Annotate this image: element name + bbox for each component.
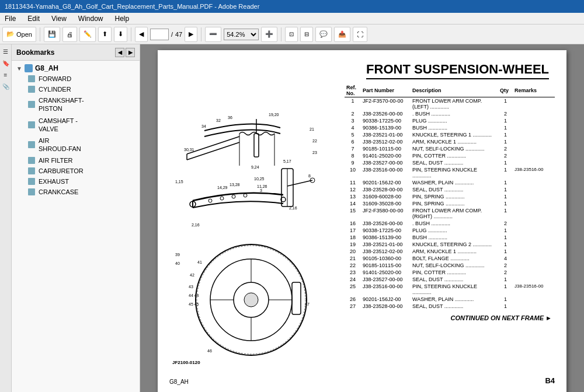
svg-text:45 45: 45 45 bbox=[189, 302, 199, 306]
cell-part: JF2-F3570-00-00 bbox=[361, 97, 411, 111]
sidebar-item-crankcase[interactable]: CRANKCASE bbox=[12, 187, 140, 197]
cell-part: J38-23516-00-00 bbox=[361, 166, 411, 179]
table-row: 12 J38-23528-00-00 SEAL, DUST ..........… bbox=[345, 186, 555, 193]
cell-qty: 2 bbox=[498, 220, 513, 227]
cell-qty: 1 bbox=[498, 159, 513, 166]
cell-qty: 1 bbox=[498, 138, 513, 145]
sidebar-item-air-shroud[interactable]: AIRSHROUD-FAN bbox=[12, 135, 140, 155]
sidebar-item-forward[interactable]: FORWARD bbox=[12, 74, 140, 84]
cell-remarks bbox=[513, 220, 555, 227]
cell-remarks bbox=[513, 227, 555, 234]
svg-text:36: 36 bbox=[228, 116, 232, 120]
cell-desc: . BUSH ............. bbox=[411, 110, 498, 117]
menu-help[interactable]: Help bbox=[113, 14, 132, 23]
cell-desc: PIN, SPRING ............. bbox=[411, 200, 498, 207]
cell-remarks bbox=[513, 303, 555, 310]
cell-desc: NUT, SELF-LOCKING ............. bbox=[411, 145, 498, 152]
table-row: 20 J38-23512-02-00 ARM, KNUCKLE 1 ......… bbox=[345, 248, 555, 255]
cell-qty: 1 bbox=[498, 296, 513, 303]
cell-part: J38-23512-02-00 bbox=[361, 138, 411, 145]
prev-page-button[interactable]: ◀ bbox=[135, 27, 148, 42]
cell-ref: 14 bbox=[345, 200, 361, 207]
table-row: 7 90185-10115-00 NUT, SELF-LOCKING .....… bbox=[345, 145, 555, 152]
pdf-viewer[interactable]: FRONT SUSPENSION-WHEEL bbox=[140, 44, 584, 392]
fit-page-button[interactable]: ⊡ bbox=[285, 27, 298, 42]
sidebar-item-carburetor[interactable]: CARBURETOR bbox=[12, 166, 140, 176]
table-row: 26 90201-156J2-00 WASHER, PLAIN ........… bbox=[345, 296, 555, 303]
back-button[interactable]: ⬆ bbox=[98, 27, 112, 42]
sidebar-item-root[interactable]: ▼ G8_AH bbox=[12, 63, 140, 74]
zoom-out-button[interactable]: ➖ bbox=[205, 27, 221, 42]
menu-file[interactable]: File bbox=[2, 14, 18, 23]
table-row: 14 31609-35028-00 PIN, SPRING ..........… bbox=[345, 200, 555, 207]
cell-remarks bbox=[513, 159, 555, 166]
cell-part: 90386-15139-00 bbox=[361, 124, 411, 131]
cell-qty: 2 bbox=[498, 145, 513, 152]
edit-button[interactable]: ✏️ bbox=[79, 27, 96, 42]
sidebar-item-crankshaft[interactable]: CRANKSHAFT-PISTON bbox=[12, 94, 140, 115]
forward-button[interactable]: ⬇ bbox=[114, 27, 127, 42]
comment-button[interactable]: 💬 bbox=[315, 27, 332, 42]
cell-remarks bbox=[513, 262, 555, 269]
sidebar-label-carburetor: CARBURETOR bbox=[39, 167, 84, 174]
zoom-in-button[interactable]: ➕ bbox=[261, 27, 277, 42]
svg-text:11,26: 11,26 bbox=[257, 184, 267, 188]
cell-ref: 3 bbox=[345, 117, 361, 124]
table-row: 13 31609-60028-00 PIN, SPRING ..........… bbox=[345, 193, 555, 200]
sidebar-item-exhaust[interactable]: EXHAUST bbox=[12, 176, 140, 187]
cell-part: 90338-17225-00 bbox=[361, 117, 411, 124]
cell-ref: 2 bbox=[345, 110, 361, 117]
bookmark-icon-carburetor bbox=[28, 167, 35, 174]
cell-ref: 23 bbox=[345, 269, 361, 276]
zoom-select[interactable]: 54.2% bbox=[224, 29, 259, 40]
save-button[interactable]: 💾 bbox=[44, 27, 60, 42]
sidebar-content: ▼ G8_AH FORWARD CYLINDER CRANKSHAFT-PIST… bbox=[12, 61, 140, 392]
share-button[interactable]: 📤 bbox=[334, 27, 350, 42]
cell-ref: 18 bbox=[345, 234, 361, 241]
table-row: 3 90338-17225-00 PLUG ............. 1 bbox=[345, 117, 555, 124]
sidebar-item-air-filter[interactable]: AIR FILTER bbox=[12, 155, 140, 166]
cell-remarks bbox=[513, 255, 555, 262]
cell-qty: 1 bbox=[498, 124, 513, 131]
svg-text:13,28: 13,28 bbox=[230, 183, 240, 187]
sidebar-collapse-btn[interactable]: ◀ bbox=[115, 48, 124, 57]
attachments-icon[interactable]: 📎 bbox=[1, 82, 11, 91]
page-total: 47 bbox=[175, 31, 182, 38]
svg-text:41: 41 bbox=[197, 260, 202, 264]
cell-qty: 1 bbox=[498, 234, 513, 241]
bookmark-panel-icon[interactable]: 🔖 bbox=[1, 58, 11, 68]
cell-part: J38-23528-00-00 bbox=[361, 186, 411, 193]
sidebar-expand-btn[interactable]: ▶ bbox=[126, 48, 135, 57]
cell-part: 90185-10115-00 bbox=[361, 145, 411, 152]
fullscreen-button[interactable]: ⛶ bbox=[353, 27, 367, 42]
menu-view[interactable]: View bbox=[49, 14, 69, 23]
cell-remarks bbox=[513, 145, 555, 152]
next-page-button[interactable]: ▶ bbox=[185, 27, 197, 42]
cell-remarks bbox=[513, 200, 555, 207]
svg-text:3: 3 bbox=[260, 188, 262, 192]
sidebar-label-exhaust: EXHAUST bbox=[39, 178, 69, 185]
page-number-input[interactable]: 16 bbox=[150, 29, 169, 40]
sidebar-item-cylinder[interactable]: CYLINDER bbox=[12, 84, 140, 94]
toolbar-separator-4 bbox=[281, 27, 281, 41]
fit-width-button[interactable]: ⊟ bbox=[300, 27, 313, 42]
print-button[interactable]: 🖨 bbox=[62, 27, 77, 42]
cell-part: 90201-156J2-00 bbox=[361, 296, 411, 303]
sidebar-label-air-filter: AIR FILTER bbox=[39, 157, 72, 164]
hand-tool-icon[interactable]: ☰ bbox=[1, 47, 11, 56]
cell-remarks bbox=[513, 193, 555, 200]
table-row: 21 90105-10360-00 BOLT, FLANGE .........… bbox=[345, 255, 555, 262]
layers-icon[interactable]: ≡ bbox=[1, 70, 11, 79]
bookmark-icon-camshaft bbox=[28, 121, 35, 128]
table-row: 6 J38-23512-02-00 ARM, KNUCKLE 1 .......… bbox=[345, 138, 555, 145]
cell-remarks bbox=[513, 117, 555, 124]
sidebar-item-camshaft[interactable]: CAMSHAFT -VALVE bbox=[12, 115, 140, 135]
sidebar-header: Bookmarks ◀ ▶ bbox=[12, 44, 140, 61]
cell-desc: PLUG ............. bbox=[411, 117, 498, 124]
open-button[interactable]: 📂 Open bbox=[2, 27, 36, 42]
menu-edit[interactable]: Edit bbox=[25, 14, 42, 23]
svg-text:34: 34 bbox=[201, 124, 206, 128]
app-title: 18113434-Yamaha_G8_Ah_Golf_Cart_Replacem… bbox=[5, 3, 259, 10]
menu-window[interactable]: Window bbox=[76, 14, 106, 23]
cell-qty: 4 bbox=[498, 255, 513, 262]
